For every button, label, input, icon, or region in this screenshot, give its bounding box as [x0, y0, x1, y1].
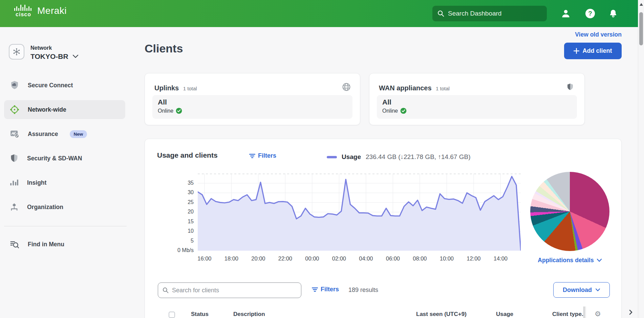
clients-filters-button[interactable]: Filters: [312, 286, 339, 293]
wan-total: 1 total: [436, 86, 450, 91]
wan-title: WAN appliances: [379, 84, 432, 92]
x-tick-label: 12:00: [463, 255, 485, 262]
column-header-client-type[interactable]: Client type.: [552, 311, 583, 318]
y-tick-label: 35: [163, 180, 194, 186]
sidebar-item-assurance[interactable]: Assurance New: [4, 124, 125, 143]
view-old-version-link[interactable]: View old version: [554, 31, 622, 38]
plus-icon: [574, 48, 579, 54]
y-tick-label: 20: [163, 209, 194, 215]
scrollbar-up-arrow-icon[interactable]: [640, 3, 643, 6]
column-header-description[interactable]: Description: [233, 311, 265, 318]
column-header-status[interactable]: Status: [191, 311, 209, 318]
network-selector[interactable]: TOKYO-BR: [30, 52, 79, 61]
sidebar-item-network-wide[interactable]: Network-wide: [4, 100, 125, 119]
notifications-button[interactable]: [608, 0, 618, 27]
add-client-button[interactable]: Add client: [564, 43, 622, 59]
download-button[interactable]: Download: [553, 282, 610, 298]
usage-section-title: Usage and clients: [157, 151, 218, 159]
wan-appliances-card: WAN appliances 1 total All Online: [369, 73, 585, 125]
bar-chart-icon: [9, 178, 19, 187]
y-tick-label: 25: [163, 199, 194, 205]
chevron-right-icon: [628, 309, 633, 315]
page-scrollbar[interactable]: [638, 0, 644, 318]
usage-legend-value: 236.44 GB (↓221.78 GB, ↑14.67 GB): [366, 153, 470, 161]
table-settings-gear-icon[interactable]: ⚙: [595, 310, 601, 318]
dashboard-search[interactable]: [432, 6, 547, 21]
x-tick-label: 08:00: [409, 255, 431, 262]
client-search-input[interactable]: [172, 287, 297, 294]
sidebar-divider: [4, 226, 127, 226]
y-tick-label: 0 Mb/s: [163, 247, 194, 253]
y-tick-label: 15: [163, 219, 194, 225]
network-icon: [9, 44, 24, 60]
client-search-box[interactable]: [158, 282, 301, 298]
uplinks-status-box[interactable]: All Online: [152, 95, 352, 119]
x-tick-label: 14:00: [490, 255, 511, 262]
results-count: 189 results: [348, 287, 378, 294]
online-check-icon: [176, 108, 182, 114]
account-button[interactable]: [561, 0, 571, 27]
network-label: Network: [30, 45, 52, 51]
usage-legend: Usage 236.44 GB (↓221.78 GB, ↑14.67 GB): [327, 153, 471, 161]
y-tick-label: 5: [163, 238, 194, 244]
usage-and-clients-panel: Usage and clients Filters Usage 236.44 G…: [145, 139, 622, 318]
uplinks-card: Uplinks 1 total All Online: [145, 73, 360, 125]
cisco-logo-text: cisco: [16, 12, 31, 17]
x-tick-label: 06:00: [382, 255, 404, 262]
network-wide-icon: [9, 105, 20, 115]
wan-status: Online: [382, 108, 398, 114]
help-button[interactable]: ?: [585, 0, 595, 27]
wan-value: All: [382, 98, 572, 106]
page-title: Clients: [145, 42, 183, 55]
x-tick-label: 02:00: [328, 255, 350, 262]
sidebar-item-organization[interactable]: Organization: [4, 198, 125, 217]
applications-pie-chart: [530, 172, 609, 251]
shield-cloud-icon: [9, 80, 20, 90]
search-icon: [437, 10, 445, 17]
x-tick-label: 04:00: [355, 255, 377, 262]
find-in-menu-icon: [9, 239, 20, 249]
brand-name: Meraki: [37, 5, 67, 16]
usage-legend-swatch: [327, 156, 337, 158]
x-tick-label: 22:00: [274, 255, 296, 262]
x-tick-label: 20:00: [248, 255, 269, 262]
new-badge: New: [70, 130, 87, 138]
chevron-down-icon: [72, 54, 79, 59]
globe-icon: [342, 82, 351, 92]
x-tick-label: 10:00: [436, 255, 457, 262]
sidebar-item-security-sdwan[interactable]: Security & SD-WAN: [4, 149, 125, 168]
usage-legend-label: Usage: [342, 153, 361, 161]
x-tick-label: 00:00: [301, 255, 323, 262]
filter-icon: [249, 154, 255, 158]
filter-icon: [312, 287, 318, 292]
applications-details-link[interactable]: Applications details: [514, 257, 622, 264]
top-header: cisco Meraki ?: [0, 0, 644, 27]
help-icon: ?: [585, 9, 595, 18]
sidebar-item-secure-connect[interactable]: Secure Connect: [4, 76, 125, 95]
scrollbar-thumb[interactable]: [639, 12, 643, 45]
y-tick-label: 10: [163, 228, 194, 234]
x-tick-label: 16:00: [194, 255, 215, 262]
organization-icon: [9, 202, 19, 212]
sidebar-item-insight[interactable]: Insight: [4, 173, 125, 192]
usage-area-chart: [198, 174, 521, 251]
chevron-down-icon: [597, 258, 602, 262]
sidebar-find-in-menu[interactable]: Find in Menu: [4, 235, 125, 254]
shield-half-icon: [9, 153, 19, 163]
x-tick-label: 18:00: [220, 255, 242, 262]
shield-icon: [566, 82, 574, 92]
uplinks-value: All: [158, 98, 347, 106]
table-scroll-right-button[interactable]: [628, 309, 633, 317]
cisco-logo-icon: [14, 5, 33, 12]
usage-filters-button[interactable]: Filters: [249, 152, 276, 159]
column-header-last-seen[interactable]: Last seen (UTC+9): [416, 311, 467, 318]
sticky-column-shadow: [583, 306, 586, 318]
bell-icon: [608, 9, 618, 18]
select-all-checkbox[interactable]: [169, 312, 175, 318]
column-header-usage[interactable]: Usage: [496, 311, 513, 318]
dashboard-search-input[interactable]: [448, 10, 542, 17]
uplinks-title: Uplinks: [154, 84, 179, 92]
uplinks-total: 1 total: [183, 86, 197, 91]
online-check-icon: [400, 108, 407, 114]
wan-status-box[interactable]: All Online: [377, 95, 577, 119]
